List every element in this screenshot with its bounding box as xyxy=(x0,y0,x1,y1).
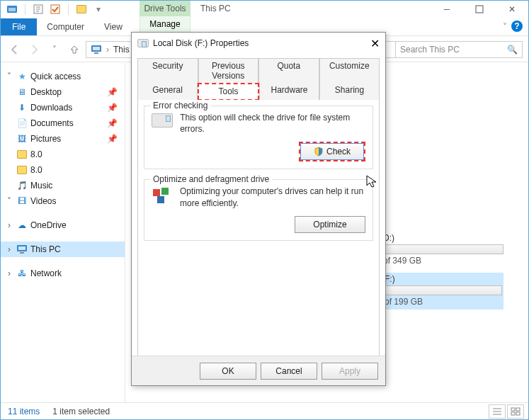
nav-folder-8-0-a[interactable]: 8.0 xyxy=(1,147,125,162)
svg-rect-13 xyxy=(511,412,515,415)
nav-onedrive[interactable]: ›☁OneDrive xyxy=(1,217,125,233)
dialog-titlebar[interactable]: Local Disk (F:) Properties ✕ xyxy=(132,33,385,54)
nav-folder-8-0-b[interactable]: 8.0 xyxy=(1,162,125,178)
nav-downloads[interactable]: ⬇Downloads📌 xyxy=(1,100,125,115)
uac-shield-icon xyxy=(314,147,324,157)
minimize-button[interactable]: ─ xyxy=(431,1,463,18)
chevron-down-icon: ˅ xyxy=(5,72,13,81)
tab-hardware[interactable]: Hardware xyxy=(259,83,319,100)
nav-network[interactable]: ›🖧Network xyxy=(1,266,125,281)
defrag-icon xyxy=(152,186,173,205)
nav-documents[interactable]: 📄Documents📌 xyxy=(1,115,125,131)
drive-f-fragment[interactable]: F:) of 199 GB xyxy=(383,273,504,310)
tab-tools[interactable]: Tools xyxy=(198,83,259,100)
nav-up-button[interactable] xyxy=(66,41,83,58)
nav-desktop[interactable]: 🖥Desktop📌 xyxy=(1,84,125,100)
view-large-icons-button[interactable] xyxy=(507,404,524,419)
chevron-right-icon: › xyxy=(106,45,109,55)
optimize-group: Optimize and defragment drive Optimizing… xyxy=(144,179,373,240)
titlebar: ▾ ─ ✕ xyxy=(1,1,528,18)
svg-rect-11 xyxy=(511,408,515,411)
svg-rect-4 xyxy=(476,6,483,13)
nav-quick-access[interactable]: ˅ ★ Quick access xyxy=(1,69,125,84)
nav-this-pc[interactable]: ›This PC xyxy=(1,242,125,257)
desktop-icon: 🖥 xyxy=(16,86,28,98)
optimize-button[interactable]: Optimize xyxy=(295,216,365,233)
nav-recent-icon[interactable]: ˅ xyxy=(46,41,63,58)
error-checking-text: This option will check the drive for fil… xyxy=(180,112,365,135)
videos-icon: 🎞 xyxy=(16,195,28,207)
nav-back-button[interactable] xyxy=(6,41,23,58)
tab-general[interactable]: General xyxy=(137,83,198,100)
nav-videos[interactable]: ˅🎞Videos xyxy=(1,193,125,209)
svg-rect-3 xyxy=(51,5,59,13)
error-checking-group: Error checking This option will check th… xyxy=(144,106,373,169)
search-icon: 🔍 xyxy=(507,45,518,55)
check-button-highlight: Check xyxy=(299,142,365,161)
properties-dialog: Local Disk (F:) Properties ✕ Security Pr… xyxy=(131,32,386,386)
ok-button[interactable]: OK xyxy=(200,363,256,380)
folder-icon xyxy=(16,149,28,160)
status-selection: 1 item selected xyxy=(52,407,110,416)
status-bar: 11 items 1 item selected xyxy=(1,402,528,419)
window-title: This PC xyxy=(200,4,231,13)
onedrive-icon: ☁ xyxy=(16,220,28,231)
svg-rect-15 xyxy=(153,189,160,196)
tab-computer[interactable]: Computer xyxy=(37,19,94,35)
pin-icon: 📌 xyxy=(107,103,118,113)
apply-button[interactable]: Apply xyxy=(322,363,378,380)
svg-rect-12 xyxy=(516,408,520,411)
dialog-close-button[interactable]: ✕ xyxy=(370,37,380,50)
documents-icon: 📄 xyxy=(16,118,28,129)
nav-music[interactable]: 🎵Music xyxy=(1,178,125,193)
pc-icon xyxy=(16,244,28,255)
search-placeholder: Search This PC xyxy=(400,45,460,55)
optimize-legend: Optimize and defragment drive xyxy=(150,174,272,184)
nav-pictures[interactable]: 🖼Pictures📌 xyxy=(1,131,125,147)
tab-file[interactable]: File xyxy=(1,18,37,35)
svg-rect-14 xyxy=(516,412,520,415)
svg-rect-16 xyxy=(161,188,169,195)
qat-properties-icon[interactable] xyxy=(31,2,45,16)
tab-security[interactable]: Security xyxy=(137,58,198,83)
svg-rect-1 xyxy=(8,8,16,11)
error-checking-legend: Error checking xyxy=(150,101,210,110)
svg-rect-10 xyxy=(20,252,24,254)
tab-manage[interactable]: Manage xyxy=(140,16,190,33)
drive-icon xyxy=(152,112,173,129)
search-box[interactable]: Search This PC 🔍 xyxy=(395,41,523,58)
tab-quota[interactable]: Quota xyxy=(258,58,319,83)
help-button[interactable]: ? xyxy=(511,21,523,32)
ribbon-collapse-icon[interactable]: ˅ xyxy=(503,22,507,32)
tab-previous-versions[interactable]: Previous Versions xyxy=(198,58,259,83)
cancel-button[interactable]: Cancel xyxy=(261,363,317,380)
tab-view[interactable]: View xyxy=(94,19,132,35)
svg-rect-6 xyxy=(93,47,100,50)
pin-icon: 📌 xyxy=(107,118,118,128)
contextual-group-label: Drive Tools xyxy=(140,1,190,16)
navigation-pane: ˅ ★ Quick access 🖥Desktop📌 ⬇Downloads📌 📄… xyxy=(1,63,125,402)
dialog-title: Local Disk (F:) Properties xyxy=(153,38,249,48)
qat-newfolder-icon[interactable] xyxy=(74,2,89,16)
qat-dropdown-icon[interactable]: ▾ xyxy=(91,2,106,16)
drive-icon xyxy=(137,38,149,49)
tab-sharing[interactable]: Sharing xyxy=(319,83,380,100)
pictures-icon: 🖼 xyxy=(16,133,28,144)
network-icon: 🖧 xyxy=(16,268,28,279)
qat-checkbox-icon[interactable] xyxy=(48,2,62,16)
svg-rect-7 xyxy=(94,52,98,54)
star-icon: ★ xyxy=(16,71,28,82)
app-icon xyxy=(5,2,19,16)
pin-icon: 📌 xyxy=(107,134,118,144)
nav-forward-button[interactable] xyxy=(26,41,43,58)
check-button[interactable]: Check xyxy=(300,143,364,160)
pc-icon xyxy=(91,44,102,55)
svg-rect-9 xyxy=(18,246,25,250)
close-button[interactable]: ✕ xyxy=(496,1,528,18)
music-icon: 🎵 xyxy=(16,180,28,191)
drive-d-fragment: D:) of 349 GB xyxy=(383,233,504,266)
view-details-button[interactable] xyxy=(489,404,506,419)
optimize-text: Optimizing your computer's drives can he… xyxy=(180,186,365,208)
tab-customize[interactable]: Customize xyxy=(319,58,380,83)
maximize-button[interactable] xyxy=(463,1,496,18)
